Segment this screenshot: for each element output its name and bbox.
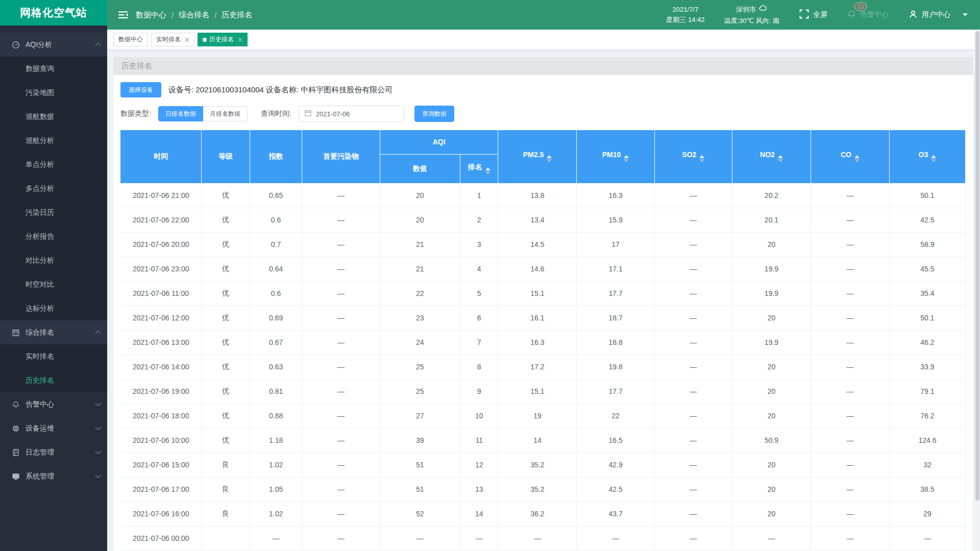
panel-body: 选择设备 设备号: 2021061003104004 设备名称: 中科宇图科技股… — [113, 75, 973, 551]
table-row: 2021-07-06 11:00优0.6—22515.117.7—19.9—35… — [120, 281, 966, 306]
select-device-button[interactable]: 选择设备 — [120, 82, 161, 97]
breadcrumb-item[interactable]: 数据中心 — [136, 10, 166, 20]
table-cell: 1 — [460, 183, 498, 208]
sidebar-item-history-rank[interactable]: 历史排名 — [0, 368, 107, 392]
sidebar-item-realtime-rank[interactable]: 实时排名 — [0, 344, 107, 368]
sidebar-item-pollution-map[interactable]: 污染地图 — [0, 81, 107, 105]
sidebar-item-aqi-analysis[interactable]: AQI分析 — [0, 33, 107, 57]
sort-icon[interactable] — [854, 155, 860, 162]
sort-icon[interactable] — [931, 155, 936, 162]
table-cell: 17.7 — [577, 379, 654, 404]
sidebar-item-data-analysis[interactable]: 数据分析 — [0, 26, 107, 33]
breadcrumb-item[interactable]: 综合排名 — [179, 10, 209, 20]
tab-实时排名[interactable]: 实时排名 — [151, 33, 194, 46]
column-header-index: 指数 — [250, 130, 302, 183]
table-cell: 19.9 — [732, 257, 811, 281]
sort-icon[interactable] — [624, 155, 629, 162]
table-cell: — — [811, 379, 889, 404]
sidebar-item-ranking[interactable]: 综合排名 — [0, 320, 107, 344]
close-icon[interactable] — [184, 37, 189, 42]
sidebar-item-spacetime[interactable]: 时空对比 — [0, 272, 107, 296]
table-cell: 2021-07-06 18:00 — [120, 404, 202, 428]
sidebar-item-analysis-report[interactable]: 分析报告 — [0, 224, 107, 248]
main-area: 数据中心实时排名历史排名 历史排名 选择设备 设备号: 202106100310… — [107, 30, 980, 551]
table-cell: 优 — [202, 355, 250, 379]
table-cell: 13.4 — [498, 208, 577, 232]
user-icon — [908, 9, 918, 21]
breadcrumb-item[interactable]: 历史排名 — [222, 10, 252, 20]
column-header-aqi-rank[interactable]: 排名 — [460, 154, 498, 183]
date-picker[interactable] — [299, 106, 404, 122]
sidebar-item-single-point[interactable]: 单点分析 — [0, 153, 107, 177]
sidebar-item-multi-point[interactable]: 多点分析 — [0, 177, 107, 201]
table-cell: — — [302, 183, 380, 208]
user-center-menu[interactable]: 用户中心 — [908, 9, 950, 21]
column-header-pm10[interactable]: PM10 — [577, 130, 654, 183]
date-input[interactable] — [316, 110, 399, 118]
sidebar-item-alert-center[interactable]: 告警中心 — [0, 392, 107, 416]
sidebar-item-log-mgmt[interactable]: 日志管理 — [0, 440, 107, 464]
bell-icon — [847, 9, 856, 20]
table-cell: — — [811, 257, 889, 281]
table-row: 2021-07-06 00:00—————————— — [120, 526, 966, 550]
sort-icon[interactable] — [547, 155, 552, 162]
table-cell: — — [302, 379, 380, 404]
table-cell: 优 — [202, 404, 250, 428]
column-header-o3[interactable]: O3 — [889, 130, 965, 183]
table-row: 2021-07-06 19:00优0.81—25915.117.7—20—79.… — [120, 379, 966, 404]
table-cell: 2021-07-06 00:00 — [120, 526, 202, 550]
table-cell: 17.1 — [577, 257, 654, 281]
vertical-scrollbar[interactable] — [974, 30, 980, 551]
table-cell: — — [302, 257, 380, 281]
table-cell: 20 — [732, 453, 811, 477]
table-cell: 2021-07-06 20:00 — [120, 232, 202, 257]
header-alert-center[interactable]: 告警中心 13 — [847, 9, 889, 20]
sidebar-item-pollution-cal[interactable]: 污染日历 — [0, 201, 107, 224]
table-cell: 32 — [889, 453, 965, 477]
daily-ranking-button[interactable]: 日排名数据 — [158, 106, 203, 121]
query-data-button[interactable]: 查询数据 — [414, 106, 454, 122]
table-cell: 20 — [732, 404, 811, 428]
table-cell: 15.1 — [498, 379, 577, 404]
column-header-pm25[interactable]: PM2.5 — [498, 130, 577, 183]
table-cell: — — [250, 526, 302, 550]
tab-历史排名[interactable]: 历史排名 — [198, 33, 248, 46]
sidebar-item-system-mgmt[interactable]: 系统管理 — [0, 464, 107, 488]
table-cell: 2021-07-06 16:00 — [120, 502, 202, 526]
column-header-co[interactable]: CO — [811, 130, 889, 183]
table-cell: — — [302, 208, 380, 232]
table-row: 2021-07-06 21:00优0.65—20113.816.3—20.2—5… — [120, 183, 966, 208]
sidebar-item-device-ops[interactable]: 设备运维 — [0, 416, 107, 440]
sidebar-item-label: 系统管理 — [26, 472, 96, 481]
sidebar-item-cruise-analysis[interactable]: 巡航分析 — [0, 129, 107, 153]
scrollbar-thumb[interactable] — [975, 31, 979, 500]
filter-row: 数据类型: 日排名数据 月排名数据 查询时间: 查询数据 — [120, 106, 966, 122]
sidebar-item-cruise-data[interactable]: 巡航数据 — [0, 105, 107, 129]
column-header-so2[interactable]: SO2 — [654, 130, 732, 183]
table-cell: 21 — [380, 257, 460, 281]
close-icon[interactable] — [237, 37, 242, 42]
tab-数据中心[interactable]: 数据中心 — [113, 33, 148, 46]
table-cell: — — [654, 281, 732, 306]
fullscreen-button[interactable]: 全屏 — [799, 9, 827, 21]
table-cell: 6 — [460, 306, 498, 330]
sort-icon[interactable] — [485, 167, 491, 174]
column-header-no2[interactable]: NO2 — [732, 130, 811, 183]
sidebar-item-label: 巡航分析 — [26, 136, 100, 145]
table-cell: 20.2 — [732, 183, 811, 208]
table-cell: — — [654, 428, 732, 453]
sidebar-item-standard[interactable]: 达标分析 — [0, 296, 107, 320]
table-cell: 14.6 — [498, 257, 577, 281]
table-row: 2021-07-06 18:00优0.88—27101922—20—76.2 — [120, 404, 966, 428]
column-header-level: 等级 — [202, 130, 250, 183]
sort-icon[interactable] — [778, 155, 783, 162]
table-cell: 14 — [460, 502, 498, 526]
sidebar-item-compare-analysis[interactable]: 对比分析 — [0, 248, 107, 272]
sort-icon[interactable] — [699, 155, 704, 162]
table-cell: — — [654, 208, 732, 232]
sidebar-item-label: 日志管理 — [26, 448, 96, 457]
monthly-ranking-button[interactable]: 月排名数据 — [203, 106, 248, 121]
hamburger-icon[interactable] — [114, 6, 132, 23]
sidebar-item-data-query[interactable]: 数据查询 — [0, 57, 107, 81]
chevron-down-icon[interactable] — [963, 13, 968, 16]
